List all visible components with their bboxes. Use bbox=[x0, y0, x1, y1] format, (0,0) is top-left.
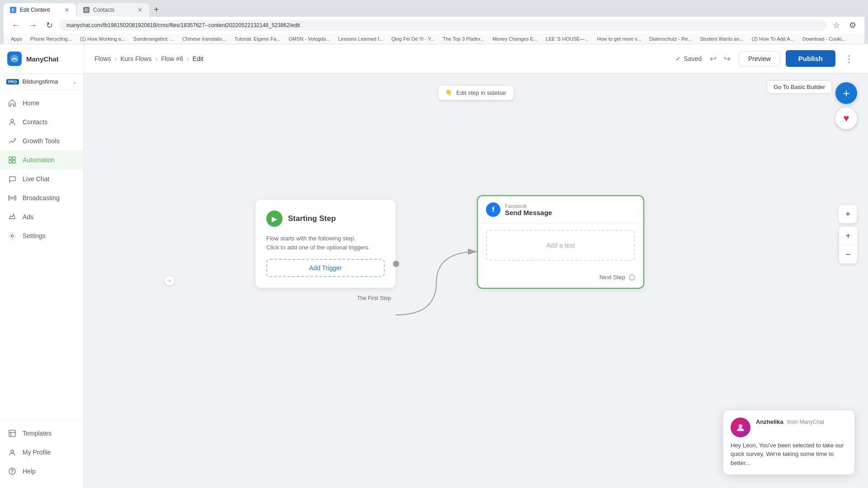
breadcrumb-edit: Edit bbox=[193, 55, 203, 62]
more-options-button[interactable]: ⋮ bbox=[841, 52, 857, 66]
zoom-controls: + − bbox=[839, 227, 857, 263]
breadcrumb-kurs-flows[interactable]: Kurs Flows bbox=[120, 55, 151, 62]
starting-step-title: Starting Step bbox=[288, 214, 336, 223]
play-icon: ▶ bbox=[266, 211, 283, 227]
breadcrumb: Flows › Kurs Flows › Flow #6 › Edit bbox=[94, 55, 203, 62]
starting-step-node[interactable]: ▶ Starting Step Flow starts with the fol… bbox=[255, 200, 396, 288]
fb-send-message-node[interactable]: f Facebook Send Message Add a text Next … bbox=[477, 195, 644, 289]
breadcrumb-sep-2: › bbox=[155, 55, 157, 62]
zoom-out-button[interactable]: − bbox=[839, 245, 857, 263]
canvas-hint: 👇 Edit step in sidebar bbox=[438, 86, 514, 100]
svg-rect-4 bbox=[9, 160, 12, 163]
basic-builder-button[interactable]: Go To Basic Builder bbox=[767, 80, 832, 94]
chat-widget[interactable]: Anzhelika from ManyChat Hey Leon, You've… bbox=[723, 410, 854, 475]
breadcrumb-sep-1: › bbox=[115, 55, 117, 62]
bookmark-button[interactable]: ☆ bbox=[830, 19, 843, 31]
settings-icon bbox=[7, 231, 17, 241]
sidebar-item-my-profile[interactable]: My Profile bbox=[0, 443, 83, 462]
sidebar-item-broadcasting[interactable]: Broadcasting bbox=[0, 188, 83, 207]
favorite-fab[interactable]: ♥ bbox=[835, 108, 857, 129]
broadcasting-icon bbox=[7, 193, 17, 203]
sidebar-item-templates[interactable]: Templates bbox=[0, 424, 83, 443]
bookmark-7[interactable]: Lessons Learned f... bbox=[336, 35, 385, 42]
svg-rect-5 bbox=[13, 160, 15, 163]
sidebar-item-live-chat[interactable]: Live Chat bbox=[0, 169, 83, 188]
next-step-label: Next Step bbox=[599, 274, 635, 281]
canvas-area[interactable]: › Go To Basic Builder 👇 Edit step in sid… bbox=[84, 73, 868, 488]
sidebar-item-growth-tools[interactable]: Growth Tools bbox=[0, 131, 83, 150]
bookmark-14[interactable]: Student Wants an... bbox=[698, 35, 745, 42]
fb-platform-label: Facebook bbox=[505, 203, 552, 209]
starting-node-output-dot bbox=[393, 261, 399, 269]
starting-step-desc: Flow starts with the following step. Cli… bbox=[266, 234, 385, 252]
bookmark-16[interactable]: Download - Cooki... bbox=[801, 35, 848, 42]
add-trigger-button[interactable]: Add Trigger bbox=[266, 259, 385, 277]
tab-contacts[interactable]: C Contacts ✕ bbox=[77, 3, 149, 17]
bookmark-2[interactable]: (1) How Working a... bbox=[78, 35, 127, 42]
automation-icon bbox=[7, 155, 17, 165]
tab-close-edit[interactable]: ✕ bbox=[64, 6, 70, 14]
breadcrumb-sep-3: › bbox=[187, 55, 189, 62]
bookmark-6[interactable]: GMSN - Vologda... bbox=[287, 35, 332, 42]
bookmark-apps[interactable]: Apps bbox=[9, 35, 24, 42]
bookmark-8[interactable]: Qing Fei De Yi - Y... bbox=[390, 35, 437, 42]
back-button[interactable]: ← bbox=[9, 20, 23, 31]
undo-button[interactable]: ↩ bbox=[707, 52, 719, 66]
add-text-area[interactable]: Add a text bbox=[486, 230, 635, 261]
svg-point-6 bbox=[11, 197, 13, 199]
extensions-button[interactable]: ⚙ bbox=[846, 19, 859, 31]
spark-button[interactable]: ✦ bbox=[839, 205, 857, 223]
chat-sender-line: Anzhelika from ManyChat bbox=[756, 418, 847, 426]
sidebar-item-label-live-chat: Live Chat bbox=[23, 175, 49, 183]
main-area: Flows › Kurs Flows › Flow #6 › Edit ✓ Sa… bbox=[84, 44, 868, 488]
new-tab-button[interactable]: + bbox=[150, 3, 163, 17]
workspace-selector[interactable]: PRO Bildungsfirma ⌄ bbox=[0, 74, 83, 90]
bookmark-5[interactable]: Tutorial: Eigene Fa... bbox=[233, 35, 283, 42]
node-header-starting: ▶ Starting Step bbox=[266, 211, 385, 227]
sidebar-item-ads[interactable]: Ads bbox=[0, 207, 83, 226]
bookmark-13[interactable]: Datenschutz - Re... bbox=[647, 35, 693, 42]
bookmark-15[interactable]: (2) How To Add A... bbox=[750, 35, 796, 42]
saved-text: Saved bbox=[684, 55, 702, 62]
home-icon bbox=[7, 98, 17, 108]
sidebar-bottom: Templates My Profile Help bbox=[0, 420, 83, 488]
chat-message-text: Hey Leon, You've been selected to take o… bbox=[731, 441, 847, 468]
workspace-name: Bildungsfirma bbox=[23, 78, 69, 85]
zoom-in-button[interactable]: + bbox=[839, 227, 857, 245]
sidebar-item-label-templates: Templates bbox=[23, 430, 52, 437]
tab-favicon-contacts: C bbox=[83, 7, 90, 13]
address-bar[interactable] bbox=[59, 20, 826, 31]
bookmarks-bar: Apps Phone Recycling... (1) How Working … bbox=[4, 34, 864, 44]
forward-button[interactable]: → bbox=[26, 20, 40, 31]
spark-icon: ✦ bbox=[844, 209, 851, 219]
bookmark-12[interactable]: How to get more v... bbox=[595, 35, 643, 42]
my-profile-icon bbox=[7, 447, 17, 457]
redo-button[interactable]: ↪ bbox=[721, 52, 733, 66]
sidebar-item-contacts[interactable]: Contacts bbox=[0, 113, 83, 131]
bookmark-1[interactable]: Phone Recycling... bbox=[28, 35, 74, 42]
publish-button[interactable]: Publish bbox=[786, 50, 835, 67]
tab-edit-content[interactable]: E Edit Content ✕ bbox=[4, 3, 76, 17]
pro-badge: PRO bbox=[6, 79, 19, 84]
sidebar-item-settings[interactable]: Settings bbox=[0, 226, 83, 245]
workspace-chevron-icon: ⌄ bbox=[72, 79, 77, 85]
bookmark-9[interactable]: The Top 3 Platfor... bbox=[441, 35, 486, 42]
preview-button[interactable]: Preview bbox=[739, 51, 780, 66]
live-chat-icon bbox=[7, 174, 17, 184]
bookmark-11[interactable]: LEE 'S HOUSE—... bbox=[544, 35, 591, 42]
refresh-button[interactable]: ↻ bbox=[43, 19, 56, 31]
breadcrumb-flows[interactable]: Flows bbox=[94, 55, 111, 62]
ads-icon bbox=[7, 212, 17, 222]
bookmark-4[interactable]: Chinese translatio... bbox=[180, 35, 228, 42]
add-node-fab[interactable]: + bbox=[835, 82, 857, 104]
bookmark-3[interactable]: Sonderangebot: ... bbox=[132, 35, 176, 42]
bookmark-10[interactable]: Money Changes E... bbox=[491, 35, 539, 42]
sidebar-item-home[interactable]: Home bbox=[0, 94, 83, 113]
breadcrumb-flow6[interactable]: Flow #6 bbox=[161, 55, 183, 62]
sidebar-toggle-button[interactable]: › bbox=[164, 275, 175, 286]
sidebar-item-label-help: Help bbox=[23, 468, 36, 475]
sidebar-item-help[interactable]: Help bbox=[0, 462, 83, 481]
sidebar-item-label-contacts: Contacts bbox=[23, 118, 47, 126]
sidebar-item-automation[interactable]: Automation bbox=[0, 150, 83, 169]
tab-close-contacts[interactable]: ✕ bbox=[137, 6, 143, 14]
